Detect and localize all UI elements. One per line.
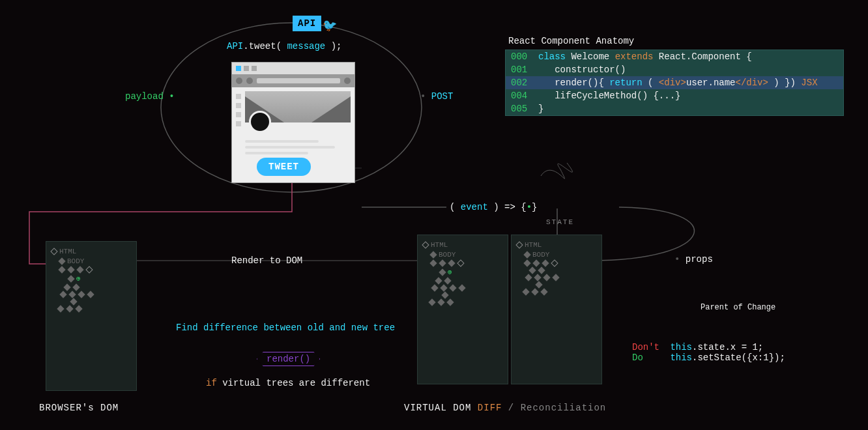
browser-toolbar: [232, 74, 354, 87]
api-call-dot: .: [243, 41, 248, 51]
dont-label: Don't: [632, 342, 665, 352]
parent-of-change-label: Parent of Change: [701, 303, 775, 312]
virtual-dom-panels: HTML BODY ⊕ HTML BODY: [417, 235, 602, 384]
render-pill-wrap: render(): [257, 352, 320, 366]
virtual-dom-caption: VIRTUAL DOM DIFF / Reconciliation: [404, 403, 606, 413]
code-panel: 000class Welcome extends React.Component…: [505, 50, 844, 116]
code-text: }: [538, 104, 838, 114]
avatar: [249, 111, 271, 133]
if-condition-label: if virtual trees are different: [206, 378, 370, 388]
do-label: Do: [632, 352, 665, 363]
code-text: lifeCycleMethod() {...}: [538, 91, 838, 101]
code-line: 002 render(){ return ( <div>user.name</d…: [506, 76, 843, 89]
api-badge-wrap: API: [293, 18, 321, 29]
api-call-prefix: API: [227, 41, 243, 51]
render-pill: render(): [257, 352, 320, 366]
api-badge: API: [293, 16, 321, 31]
code-text: render(){ return ( <div>user.name</div> …: [538, 78, 838, 88]
post-label: • POST: [420, 91, 453, 102]
tweet-button[interactable]: TWEET: [257, 158, 311, 176]
browser-dom-panel: HTML BODY ⊕: [46, 241, 137, 391]
state-label: STATE: [546, 218, 574, 226]
virtual-dom-new: HTML BODY: [511, 235, 602, 384]
api-call-method: tweet: [249, 41, 276, 51]
code-line: 005}: [506, 102, 843, 115]
code-text: constructor(): [538, 64, 838, 75]
api-call-close: );: [325, 41, 341, 51]
virtual-dom-old: HTML BODY ⊕: [417, 235, 508, 384]
browser-titlebar: [232, 63, 354, 74]
line-number: 002: [511, 78, 530, 88]
api-call-open: (: [276, 41, 287, 51]
code-text: class Welcome extends React.Component {: [538, 51, 838, 62]
render-to-dom-label: Render to DOM: [231, 255, 302, 266]
payload-label: payload •: [125, 91, 175, 102]
twitter-bird-icon: 🐦: [323, 18, 337, 33]
code-line: 001 constructor(): [506, 63, 843, 76]
line-number: 005: [511, 104, 530, 114]
browser-sidebar: [236, 91, 241, 176]
code-panel-title: React Component Anatomy: [508, 36, 634, 46]
browser-window: TWEET: [231, 62, 355, 183]
code-line: 004 lifeCycleMethod() {...}: [506, 89, 843, 102]
line-number: 000: [511, 51, 530, 62]
event-callback-label: ( event ) => {•}: [450, 202, 537, 212]
line-number: 001: [511, 64, 530, 75]
props-label: • props: [674, 254, 713, 265]
api-call-arg: message: [287, 41, 325, 51]
browsers-dom-caption: BROWSER's DOM: [39, 403, 119, 413]
line-number: 004: [511, 91, 530, 101]
code-line: 000class Welcome extends React.Component…: [506, 50, 843, 63]
dont-do-block: Don't this.state.x = 1; Do this.setState…: [632, 342, 785, 363]
find-diff-label: Find difference between old and new tree: [176, 322, 395, 333]
api-call-text: API.tweet( message );: [227, 41, 341, 51]
